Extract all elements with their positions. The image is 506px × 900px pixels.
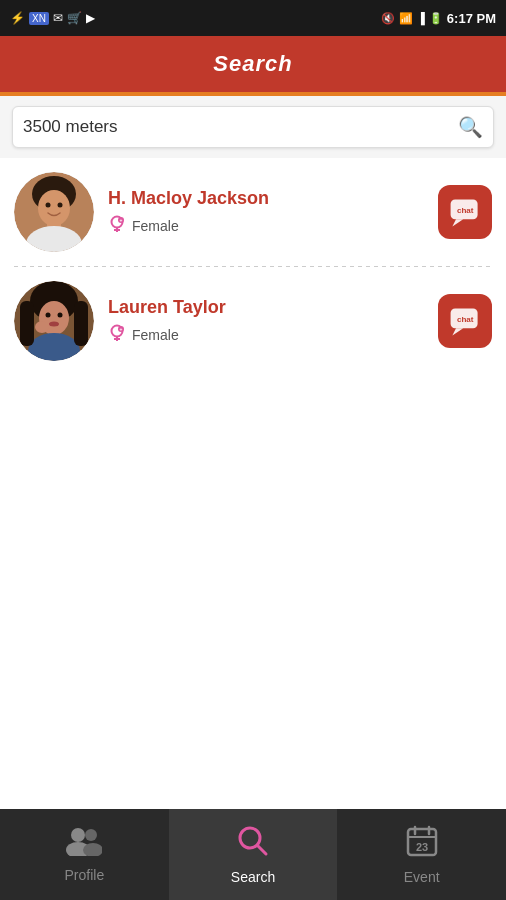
nav-item-search[interactable]: Search — [169, 809, 338, 900]
status-bar-right: 🔇 📶 ▐ 🔋 6:17 PM — [381, 11, 496, 26]
list-item: H. Macloy Jackson + Female — [0, 158, 506, 266]
search-submit-icon[interactable]: 🔍 — [458, 115, 483, 139]
svg-text:chat: chat — [457, 206, 474, 215]
calendar-icon: 23 — [405, 824, 439, 865]
gender-label: Female — [132, 327, 179, 343]
person-name: H. Macloy Jackson — [108, 188, 424, 209]
avatar[interactable] — [14, 281, 94, 361]
nav-label-event: Event — [404, 869, 440, 885]
results-list: H. Macloy Jackson + Female — [0, 158, 506, 809]
svg-point-34 — [71, 828, 85, 842]
nav-label-profile: Profile — [64, 867, 104, 883]
wifi-icon: 📶 — [399, 12, 413, 25]
app-title: Search — [213, 51, 292, 77]
svg-point-25 — [49, 322, 59, 327]
svg-marker-13 — [452, 219, 463, 226]
female-icon: + — [108, 324, 126, 346]
svg-point-22 — [35, 321, 49, 333]
svg-text:+: + — [120, 326, 123, 332]
time-display: 6:17 PM — [447, 11, 496, 26]
signal-icon: ▐ — [417, 12, 425, 24]
person-gender: + Female — [108, 215, 424, 237]
bottom-nav: Profile Search 23 Event — [0, 809, 506, 900]
status-bar: ⚡ XN ✉ 🛒 ▶ 🔇 📶 ▐ 🔋 6:17 PM — [0, 0, 506, 36]
search-bar-container: 🔍 — [0, 96, 506, 158]
app-header: Search — [0, 36, 506, 92]
search-bar[interactable]: 🔍 — [12, 106, 494, 148]
svg-point-2 — [38, 190, 70, 226]
app-icon: XN — [29, 12, 49, 25]
play-icon: ▶ — [86, 11, 95, 25]
person-info: Lauren Taylor + Female — [108, 297, 424, 346]
search-nav-icon — [236, 824, 270, 865]
chat-button-2[interactable]: chat — [438, 294, 492, 348]
svg-marker-32 — [452, 328, 463, 335]
svg-text:23: 23 — [416, 841, 428, 853]
list-item: Lauren Taylor + Female — [0, 267, 506, 375]
usb-icon: ⚡ — [10, 11, 25, 25]
cart-icon: 🛒 — [67, 11, 82, 25]
svg-text:+: + — [120, 217, 123, 223]
battery-icon: 🔋 — [429, 12, 443, 25]
person-name: Lauren Taylor — [108, 297, 424, 318]
person-gender: + Female — [108, 324, 424, 346]
svg-rect-20 — [20, 301, 34, 346]
svg-point-23 — [46, 313, 51, 318]
svg-text:chat: chat — [457, 315, 474, 324]
avatar[interactable] — [14, 172, 94, 252]
search-input[interactable] — [23, 117, 458, 137]
nav-label-search: Search — [231, 869, 275, 885]
chat-button-1[interactable]: chat — [438, 185, 492, 239]
people-icon — [66, 826, 102, 863]
svg-point-36 — [85, 829, 97, 841]
svg-point-24 — [58, 313, 63, 318]
svg-point-5 — [46, 203, 51, 208]
email-icon: ✉ — [53, 11, 63, 25]
svg-line-39 — [257, 845, 266, 854]
svg-rect-21 — [74, 301, 88, 346]
female-icon: + — [108, 215, 126, 237]
nav-item-profile[interactable]: Profile — [0, 809, 169, 900]
svg-point-6 — [58, 203, 63, 208]
nav-item-event[interactable]: 23 Event — [337, 809, 506, 900]
status-bar-left: ⚡ XN ✉ 🛒 ▶ — [10, 11, 95, 25]
person-info: H. Macloy Jackson + Female — [108, 188, 424, 237]
mute-icon: 🔇 — [381, 12, 395, 25]
gender-label: Female — [132, 218, 179, 234]
